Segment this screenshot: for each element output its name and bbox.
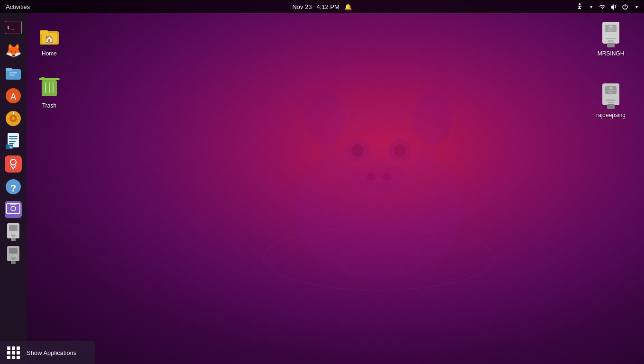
desktop-icon-home[interactable]: 🏠 Home — [30, 19, 68, 61]
svg-text:🏠: 🏠 — [45, 35, 54, 44]
svg-rect-47 — [11, 257, 16, 259]
dock-item-writer[interactable]: W LibreOffice Writer — [3, 131, 24, 152]
wifi-icon[interactable] — [599, 3, 606, 10]
svg-point-23 — [12, 117, 15, 120]
show-apps-icon — [0, 341, 27, 364]
accessibility-icon[interactable] — [576, 3, 583, 10]
svg-point-8 — [351, 144, 364, 157]
svg-point-5 — [305, 92, 345, 145]
rajdeepsing-label: rajdeepsing — [596, 112, 626, 119]
power-icon[interactable] — [621, 3, 629, 10]
svg-rect-65 — [608, 30, 613, 31]
dot-6 — [17, 351, 20, 355]
software-icon: A — [5, 87, 22, 104]
svg-rect-72 — [608, 90, 614, 91]
svg-rect-27 — [9, 138, 18, 139]
mrsingh-usb-icon — [599, 22, 622, 48]
svg-rect-56 — [39, 78, 60, 80]
svg-rect-32 — [5, 155, 22, 173]
volume-icon[interactable] — [610, 3, 617, 10]
svg-point-12 — [367, 173, 375, 181]
show-applications-button[interactable]: Show Applications — [0, 341, 95, 364]
svg-text:W: W — [9, 146, 13, 149]
dock-item-appstore[interactable]: App Store — [3, 154, 24, 174]
svg-point-11 — [352, 161, 405, 193]
svg-rect-39 — [9, 203, 17, 205]
accessibility-dropdown-icon[interactable]: ▾ — [587, 3, 595, 10]
desktop-background — [0, 0, 644, 364]
files-icon — [5, 64, 22, 82]
usb1-icon — [5, 224, 22, 241]
dock-item-firefox[interactable]: 🦊 Firefox — [3, 40, 24, 61]
firefox-icon: 🦊 — [5, 42, 22, 59]
power-dropdown-icon[interactable]: ▾ — [633, 3, 640, 10]
svg-rect-42 — [11, 235, 16, 236]
svg-rect-46 — [9, 248, 18, 254]
svg-rect-48 — [12, 259, 15, 260]
dot-1 — [7, 346, 10, 350]
topbar-date: Nov 23 — [292, 3, 312, 10]
svg-rect-64 — [608, 28, 614, 29]
dock-item-files[interactable]: Files — [3, 63, 24, 83]
rhythmbox-icon — [5, 110, 22, 127]
svg-text:?: ? — [10, 183, 16, 193]
svg-rect-29 — [9, 143, 14, 144]
dock-item-screenshot[interactable]: Screenshot — [3, 199, 24, 220]
desktop-icon-rajdeepsing[interactable]: rajdeepsing — [592, 81, 630, 122]
svg-rect-68 — [606, 100, 616, 101]
svg-text:A: A — [10, 92, 16, 101]
svg-point-6 — [412, 92, 452, 145]
svg-rect-44 — [11, 238, 16, 241]
topbar-time: 4:12 PM — [316, 3, 339, 10]
mrsingh-label: MRSINGH — [598, 50, 625, 58]
svg-rect-28 — [9, 141, 16, 142]
dock-item-software[interactable]: A Ubuntu Software — [3, 85, 24, 106]
dock-item-rhythmbox[interactable]: Rhythmbox — [3, 108, 24, 129]
topbar: Activities Nov 23 4:12 PM 🔔 ▾ — [0, 0, 644, 13]
apps-grid-icon — [7, 346, 20, 359]
svg-rect-69 — [608, 102, 614, 103]
activities-button[interactable]: Activities — [4, 3, 32, 10]
svg-rect-61 — [608, 40, 614, 42]
home-folder-label: Home — [42, 50, 57, 58]
dock: $ _ Terminal 🦊 Firefox Files A Ubuntu So… — [0, 13, 27, 364]
terminal-icon: $ _ — [5, 21, 22, 34]
usb2-icon — [5, 246, 22, 264]
svg-rect-17 — [9, 72, 17, 73]
topbar-right: ▾ ▾ — [576, 3, 640, 10]
dock-item-usb1[interactable]: Startup Disk Creator — [3, 222, 24, 243]
dot-4 — [7, 351, 10, 355]
show-apps-label: Show Applications — [27, 349, 77, 356]
svg-rect-18 — [9, 74, 15, 76]
svg-point-10 — [394, 144, 406, 157]
rajdeepsing-usb-icon — [599, 83, 622, 110]
svg-rect-49 — [11, 261, 16, 264]
desktop-icon-trash[interactable]: Trash — [30, 71, 68, 113]
trash-icon — [38, 74, 61, 100]
appstore-icon — [5, 155, 22, 173]
dock-item-help[interactable]: ? Help — [3, 176, 24, 197]
help-icon: ? — [5, 178, 22, 195]
dot-5 — [12, 351, 15, 355]
svg-rect-60 — [606, 38, 616, 39]
dot-7 — [7, 356, 10, 359]
trash-icon-label: Trash — [42, 102, 56, 110]
svg-rect-26 — [9, 136, 18, 137]
svg-rect-63 — [609, 26, 613, 27]
dot-2 — [12, 346, 15, 350]
svg-rect-43 — [12, 237, 15, 237]
dock-item-usb2[interactable]: Startup Disk Creator — [3, 245, 24, 265]
screenshot-icon — [5, 201, 22, 218]
dot-8 — [12, 356, 15, 359]
svg-rect-70 — [607, 104, 615, 109]
desktop-icon-mrsingh[interactable]: MRSINGH — [592, 19, 630, 61]
svg-rect-73 — [608, 92, 613, 93]
topbar-bell-icon[interactable]: 🔔 — [344, 3, 352, 10]
home-folder-icon: 🏠 — [38, 22, 61, 48]
svg-point-14 — [579, 3, 581, 5]
svg-point-13 — [383, 173, 391, 181]
dock-item-terminal[interactable]: $ _ Terminal — [3, 17, 24, 38]
svg-rect-71 — [609, 87, 613, 89]
dot-9 — [17, 356, 20, 359]
desktop-hippo-watermark — [237, 64, 521, 300]
